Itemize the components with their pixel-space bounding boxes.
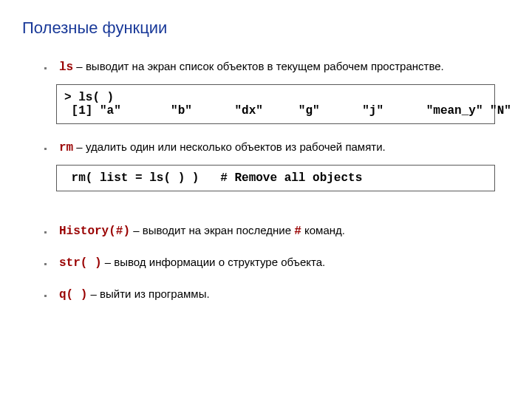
sep-str: –	[102, 256, 115, 268]
item-str: str( ) – вывод информации о структуре об…	[53, 256, 510, 270]
code-ls: > ls( ) [1] "a" "b" "dx" "g" "j" "mean_y…	[56, 84, 495, 124]
txt-q: выйти из программы.	[100, 287, 210, 300]
cmd-q: q( )	[59, 288, 87, 301]
slide-title: Полезные функции	[22, 18, 510, 38]
code-ls-l2: [1] "a" "b" "dx" "g" "j" "mean_y" "N"	[64, 104, 511, 117]
code-rm-l1: rm( list = ls( ) ) # Remove all objects	[64, 171, 362, 185]
sep-q: –	[87, 287, 100, 300]
sep-history: –	[130, 224, 143, 236]
cmd-ls: ls	[59, 61, 73, 74]
code-rm: rm( list = ls( ) ) # Remove all objects	[56, 165, 495, 191]
function-list-2: rm – удалить один или несколько объектов…	[22, 140, 510, 154]
item-rm: rm – удалить один или несколько объектов…	[53, 140, 510, 154]
function-list-3: History(#) – выводит на экран последние …	[22, 224, 510, 301]
txt-history-2: команд.	[301, 224, 345, 236]
cmd-rm: rm	[59, 141, 73, 154]
item-ls: ls – выводит на экран список объектов в …	[53, 60, 510, 74]
cmd-str: str( )	[59, 256, 102, 270]
txt-history-1: выводит на экран последние	[143, 224, 295, 236]
hash-history: #	[294, 225, 301, 238]
txt-str: вывод информации о структуре объекта.	[114, 256, 325, 268]
txt-rm: удалить один или несколько объектов из р…	[86, 140, 386, 153]
txt-ls: выводит на экран список объектов в текущ…	[86, 60, 444, 72]
item-history: History(#) – выводит на экран последние …	[53, 224, 510, 238]
code-ls-l1: > ls( )	[64, 91, 114, 104]
sep-rm: –	[73, 140, 86, 153]
sep-ls: –	[73, 60, 86, 72]
cmd-history: History(#)	[59, 225, 130, 238]
item-q: q( ) – выйти из программы.	[53, 287, 510, 301]
function-list: ls – выводит на экран список объектов в …	[22, 60, 510, 74]
